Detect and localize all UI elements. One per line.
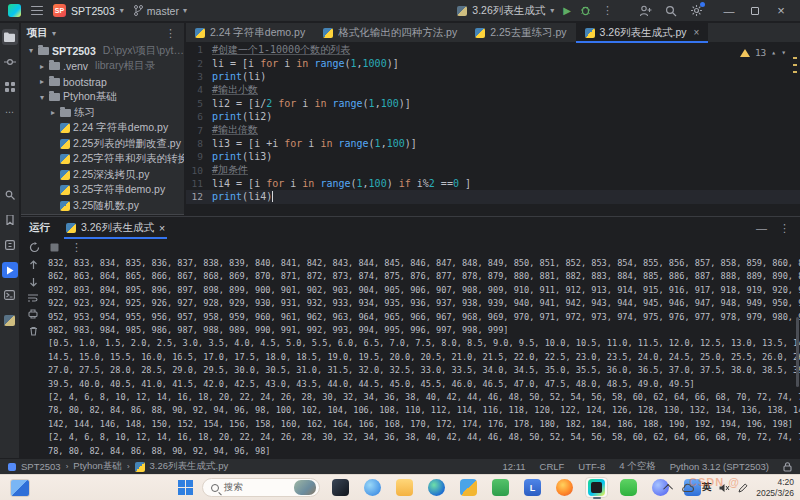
commit-tool-icon[interactable] (2, 54, 18, 70)
services-tool-icon[interactable] (2, 237, 18, 253)
tree-item[interactable]: 3.25字符串demo.py (21, 183, 184, 199)
copilot-taskbar-button[interactable] (361, 477, 384, 498)
code-line[interactable]: 4#输出小数 (186, 83, 800, 96)
soft-wrap-icon[interactable] (28, 294, 38, 302)
project-panel-options-icon[interactable]: ⋮ (163, 27, 178, 40)
console-line: 78, 80, 82, 84, 86, 88, 90, 92, 94, 96, … (48, 445, 800, 458)
tree-item[interactable]: 3.25随机数.py (21, 198, 184, 214)
pycharm-taskbar-button[interactable] (585, 477, 608, 498)
start-button[interactable] (178, 480, 193, 495)
code-editor[interactable]: 13 ▴ ▾ 1#创建一个1-10000个数的列表2li = [i for i … (186, 43, 800, 215)
terminal-tool-icon[interactable] (2, 287, 18, 303)
python-interpreter[interactable]: Python 3.12 (SPT2503) (670, 461, 769, 472)
code-line[interactable]: 1#创建一个1-10000个数的列表 (186, 43, 800, 56)
taskview-taskbar-button[interactable] (329, 477, 352, 498)
code-line[interactable]: 11li4 = [i for i in range(1,100) if i%2 … (186, 177, 800, 190)
code-line[interactable]: 9print(li3) (186, 150, 800, 163)
run-configuration-selector[interactable]: 3.26列表生成式 ▾ (457, 4, 554, 18)
explorer-taskbar-button[interactable] (393, 477, 416, 498)
editor-tab[interactable]: 2.25去重练习.py (466, 23, 575, 42)
run-button[interactable]: ▶ (563, 5, 571, 16)
close-button[interactable]: × (768, 0, 794, 22)
project-selector[interactable]: SP SPT2503 ▾ (53, 4, 124, 17)
branch-selector[interactable]: master ▾ (134, 5, 187, 17)
tree-item[interactable]: ▸.venvlibrary根目录 (21, 59, 184, 75)
scroll-down-icon[interactable] (29, 277, 38, 287)
tree-item[interactable]: ▸练习 (21, 105, 184, 121)
widgets-button[interactable] (10, 479, 30, 497)
indent-style[interactable]: 4 个空格 (619, 460, 655, 473)
tree-item[interactable]: 2.25字符串和列表的转换.py (21, 152, 184, 168)
more-tool-windows-icon[interactable]: ⋯ (2, 104, 18, 120)
search-icon[interactable] (665, 5, 677, 17)
cloud-icon[interactable] (681, 483, 694, 492)
taskbar-search[interactable]: 搜索 (202, 478, 320, 497)
taskbar-clock[interactable]: 4:20 2025/3/26 (756, 477, 794, 498)
code-line[interactable]: 7#输出倍数 (186, 123, 800, 136)
scroll-up-icon[interactable] (29, 260, 38, 270)
editor-tab[interactable]: 3.26列表生成式.py× (576, 23, 709, 42)
file-encoding[interactable]: UTF-8 (578, 461, 605, 472)
code-with-me-icon[interactable] (639, 5, 652, 17)
bookmarks-tool-icon[interactable] (2, 212, 18, 228)
caret-position[interactable]: 12:11 (502, 461, 525, 472)
wechat-taskbar-button[interactable] (617, 477, 640, 498)
code-line[interactable]: 10#加条件 (186, 164, 800, 177)
input-method-indicator[interactable]: 英 (702, 481, 712, 494)
print-icon[interactable] (28, 309, 38, 319)
more-actions-icon[interactable]: ⋮ (69, 241, 84, 254)
project-panel-title[interactable]: 项目 (27, 26, 48, 40)
edge-taskbar-button[interactable] (425, 477, 448, 498)
run-tab[interactable]: 3.26列表生成式 × (64, 217, 167, 239)
tree-item[interactable]: 3.26列表生成式.py (21, 214, 184, 216)
code-line[interactable]: 5li2 = [i/2 for i in range(1,100)] (186, 97, 800, 110)
code-line[interactable]: 12print(li4) (186, 190, 800, 203)
editor-tab[interactable]: 2.24 字符串demo.py (186, 23, 314, 42)
firefox-taskbar-button[interactable] (553, 477, 576, 498)
run-tool-icon[interactable] (2, 262, 18, 278)
code-line[interactable]: 6print(li2) (186, 110, 800, 123)
rerun-icon[interactable] (29, 242, 40, 253)
search-daily-image[interactable] (294, 480, 316, 495)
hidden-icons-chevron[interactable] (666, 484, 673, 491)
code-line[interactable]: 3print(li) (186, 70, 800, 83)
store-taskbar-button[interactable] (457, 477, 480, 498)
main-menu-icon[interactable] (31, 6, 43, 15)
console-scrollbar[interactable] (796, 317, 799, 387)
code-text: #输出小数 (212, 83, 258, 97)
close-icon[interactable]: × (694, 27, 700, 38)
breadcrumb-item[interactable]: 3.26列表生成式.py (150, 460, 229, 473)
lock-icon[interactable] (783, 462, 792, 472)
mail-taskbar-button[interactable] (489, 477, 512, 498)
tree-item[interactable]: 2.25列表的增删改查.py (21, 136, 184, 152)
tree-item[interactable]: 2.25深浅拷贝.py (21, 167, 184, 183)
debug-button[interactable] (580, 5, 591, 16)
pen-icon[interactable] (738, 483, 748, 493)
minimize-button[interactable]: — (716, 0, 742, 22)
settings-button[interactable] (690, 4, 703, 17)
hide-panel-icon[interactable]: — (756, 222, 767, 235)
close-icon[interactable]: × (159, 222, 165, 234)
python-console-tool-icon[interactable] (2, 312, 18, 328)
code-line[interactable]: 2li = [i for i in range(1,1000)] (186, 56, 800, 69)
breadcrumb-item[interactable]: SPT2503 (21, 461, 61, 472)
editor-tab[interactable]: 格式化输出的四种方法.py (314, 23, 466, 42)
line-separator[interactable]: CRLF (540, 461, 565, 472)
code-line[interactable]: 8li3 = [i +i for i in range(1,100)] (186, 137, 800, 150)
tree-item[interactable]: ▾Ptyhon基础 (21, 90, 184, 106)
project-tool-icon[interactable] (2, 29, 18, 45)
more-actions-icon[interactable]: ⋮ (600, 4, 615, 17)
clear-all-icon[interactable] (29, 326, 38, 336)
tree-item[interactable]: ▾SPT2503D:\pyx\项目\python\myflask… (21, 43, 184, 59)
volume-icon[interactable] (719, 483, 730, 493)
stop-icon[interactable] (50, 243, 59, 252)
run-panel-options-icon[interactable]: ⋮ (777, 222, 792, 235)
find-tool-icon[interactable] (2, 187, 18, 203)
breadcrumb-item[interactable]: Ptyhon基础 (73, 460, 122, 473)
maximize-button[interactable] (742, 0, 768, 22)
structure-tool-icon[interactable] (2, 79, 18, 95)
clockapp-taskbar-button[interactable]: L (521, 477, 544, 498)
tree-item[interactable]: 2.24 字符串demo.py (21, 121, 184, 137)
run-panel-title[interactable]: 运行 (29, 221, 50, 235)
tree-item[interactable]: ▸bootstrap (21, 74, 184, 90)
